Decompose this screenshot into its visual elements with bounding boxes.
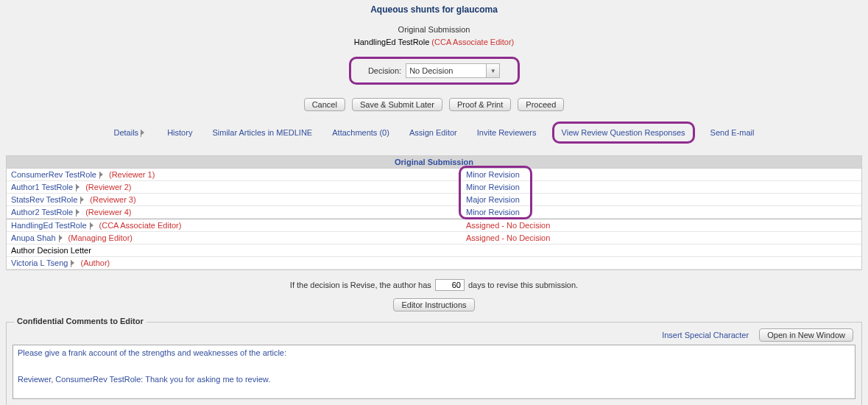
flag-icon xyxy=(141,130,147,136)
table-header: Original Submission xyxy=(7,156,861,169)
view-review-responses-link[interactable]: View Review Question Responses xyxy=(552,122,695,144)
handling-editor-name: HandlingEd TestRole xyxy=(354,38,430,46)
flag-icon[interactable] xyxy=(90,222,96,229)
table-cell-name: Author Decision Letter xyxy=(7,244,462,256)
revise-prefix: If the decision is Revise, the author ha… xyxy=(290,281,431,289)
proof-print-button[interactable]: Proof & Print xyxy=(449,98,511,111)
table-row: Victoria L Tseng(Author) xyxy=(7,257,861,270)
handling-editor-role: (CCA Associate Editor) xyxy=(431,38,514,46)
table-row: StatsRev TestRole(Reviewer 3)Major Revis… xyxy=(7,194,861,206)
save-submit-later-button[interactable]: Save & Submit Later xyxy=(352,98,442,111)
person-role: (Reviewer 3) xyxy=(90,195,135,204)
details-link[interactable]: Details xyxy=(113,128,147,137)
submission-table: Original Submission ConsumerRev TestRole… xyxy=(6,155,862,270)
cancel-button[interactable]: Cancel xyxy=(304,98,345,111)
person-link[interactable]: Author1 TestRole xyxy=(11,183,73,191)
table-cell-name: HandlingEd TestRole(CCA Associate Editor… xyxy=(7,219,462,231)
revise-line: If the decision is Revise, the author ha… xyxy=(0,279,868,291)
open-new-window-button[interactable]: Open in New Window xyxy=(759,328,853,342)
decision-value: No Decision xyxy=(406,66,486,75)
editor-instructions-row: Editor Instructions xyxy=(0,298,868,311)
table-cell-name: Anupa Shah(Managing Editor) xyxy=(7,232,462,244)
table-row: ConsumerRev TestRole(Reviewer 1)Minor Re… xyxy=(7,169,861,181)
comments-toolbar: Insert Special Character Open in New Win… xyxy=(13,328,855,342)
assign-editor-link[interactable]: Assign Editor xyxy=(409,128,457,137)
table-cell-status: Minor Revision xyxy=(462,181,861,193)
action-button-row: Cancel Save & Submit Later Proof & Print… xyxy=(0,98,868,111)
table-cell-status: Minor Revision xyxy=(462,169,861,180)
insert-special-char-link[interactable]: Insert Special Character xyxy=(662,331,749,339)
table-row: Anupa Shah(Managing Editor)Assigned - No… xyxy=(7,232,861,244)
table-cell-name: Victoria L Tseng(Author) xyxy=(7,257,462,269)
person-role: (CCA Associate Editor) xyxy=(99,221,182,230)
person-link[interactable]: StatsRev TestRole xyxy=(11,195,77,204)
flag-icon[interactable] xyxy=(71,260,77,267)
submission-type: Original Submission xyxy=(0,24,868,36)
row-plain-text: Author Decision Letter xyxy=(11,246,91,255)
table-cell-name: ConsumerRev TestRole(Reviewer 1) xyxy=(7,169,462,180)
dropdown-icon[interactable]: ▼ xyxy=(486,64,499,77)
table-cell-name: StatsRev TestRole(Reviewer 3) xyxy=(7,194,462,205)
status-text: Assigned - No Decision xyxy=(466,233,550,242)
similar-articles-link[interactable]: Similar Articles in MEDLINE xyxy=(212,128,312,137)
send-email-link[interactable]: Send E-mail xyxy=(710,128,755,137)
proceed-button[interactable]: Proceed xyxy=(518,98,564,111)
table-cell-status xyxy=(462,244,861,256)
person-link[interactable]: HandlingEd TestRole xyxy=(11,221,87,230)
revise-days-input[interactable] xyxy=(435,279,465,291)
table-cell-status: Assigned - No Decision xyxy=(462,219,861,231)
handling-editor-line: HandlingEd TestRole (CCA Associate Edito… xyxy=(0,36,868,49)
decision-select[interactable]: No Decision ▼ xyxy=(406,63,500,78)
person-role: (Reviewer 4) xyxy=(85,208,131,216)
confidential-comments-fieldset: Confidential Comments to Editor Insert S… xyxy=(6,322,862,405)
invite-reviewers-link[interactable]: Invite Reviewers xyxy=(477,128,537,137)
table-row: HandlingEd TestRole(CCA Associate Editor… xyxy=(7,219,861,232)
person-role: (Reviewer 1) xyxy=(109,170,155,179)
history-link[interactable]: History xyxy=(167,128,192,137)
revise-suffix: days to revise this submission. xyxy=(468,281,578,289)
table-cell-status: Assigned - No Decision xyxy=(462,232,861,244)
comments-legend: Confidential Comments to Editor xyxy=(14,317,147,325)
attachments-link[interactable]: Attachments (0) xyxy=(332,128,389,137)
status-link[interactable]: Major Revision xyxy=(466,195,520,204)
status-link[interactable]: Minor Revision xyxy=(466,183,520,191)
person-link[interactable]: Author2 TestRole xyxy=(11,208,73,216)
table-row: Author1 TestRole(Reviewer 2)Minor Revisi… xyxy=(7,181,861,194)
flag-icon[interactable] xyxy=(99,172,106,178)
flag-icon[interactable] xyxy=(76,209,82,216)
status-link[interactable]: Minor Revision xyxy=(466,170,520,179)
table-row: Author Decision Letter xyxy=(7,244,861,257)
table-cell-status: Major Revision xyxy=(462,194,861,205)
table-cell-name: Author1 TestRole(Reviewer 2) xyxy=(7,181,462,193)
person-role: (Reviewer 2) xyxy=(85,183,131,191)
person-link[interactable]: Victoria L Tseng xyxy=(11,258,68,267)
decision-box: Decision: No Decision ▼ xyxy=(349,57,520,85)
page-title: Aqueous shunts for glaucoma xyxy=(0,0,868,15)
status-link[interactable]: Minor Revision xyxy=(466,208,520,216)
nav-link-row: Details History Similar Articles in MEDL… xyxy=(0,122,868,144)
person-role: (Managing Editor) xyxy=(68,233,133,242)
editor-instructions-button[interactable]: Editor Instructions xyxy=(393,298,474,311)
flag-icon[interactable] xyxy=(59,235,66,242)
submission-header: Original Submission HandlingEd TestRole … xyxy=(0,24,868,48)
table-cell-status: Minor Revision xyxy=(462,206,861,218)
comments-textarea[interactable] xyxy=(13,345,855,399)
table-cell-status xyxy=(462,257,861,269)
decision-label: Decision: xyxy=(368,66,401,75)
status-text: Assigned - No Decision xyxy=(466,221,550,230)
table-row: Author2 TestRole(Reviewer 4)Minor Revisi… xyxy=(7,206,861,219)
flag-icon[interactable] xyxy=(80,197,87,203)
person-link[interactable]: ConsumerRev TestRole xyxy=(11,170,96,179)
person-link[interactable]: Anupa Shah xyxy=(11,233,56,242)
person-role: (Author) xyxy=(80,258,110,267)
flag-icon[interactable] xyxy=(76,184,82,191)
table-cell-name: Author2 TestRole(Reviewer 4) xyxy=(7,206,462,218)
